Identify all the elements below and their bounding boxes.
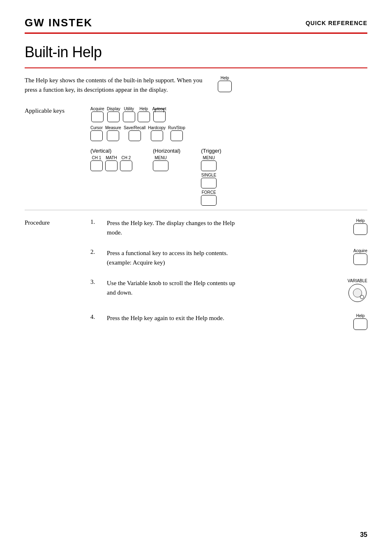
cursor-label: Cursor: [90, 125, 103, 130]
help-key-label-intro: Help: [221, 76, 229, 80]
hardcopy-cap: [151, 130, 163, 141]
saverecall-cap: [129, 130, 141, 141]
ch1-key: CH 1: [90, 156, 103, 171]
step-4-number: 4.: [90, 313, 99, 320]
single-label: SINGLE: [201, 173, 217, 177]
acquire-key-step2: Acquire: [353, 248, 367, 265]
vertical-group: (Vertical) CH 1 MATH CH 2: [90, 148, 132, 171]
horizontal-label: (Horizontal): [153, 148, 180, 154]
vertical-keys-row: CH 1 MATH CH 2: [90, 156, 132, 171]
page-number: 35: [360, 531, 367, 539]
help-key-step4: Help: [353, 313, 367, 330]
display-key: Display: [107, 107, 120, 122]
intro-section: The Help key shows the contents of the b…: [25, 76, 367, 94]
step-2: 2. Press a functional key to access its …: [90, 248, 367, 267]
help-cap: [138, 111, 150, 122]
vht-section: (Vertical) CH 1 MATH CH 2: [90, 148, 367, 206]
ch2-label: CH 2: [122, 156, 131, 160]
knob-body: [348, 284, 367, 302]
display-cap: [107, 111, 120, 122]
step-3: 3. Use the Variable knob to scroll the H…: [90, 279, 367, 302]
knob-inner: [353, 288, 362, 297]
step-1: 1. Press the Help key. The display chang…: [90, 218, 367, 237]
step-4-text: Press the Help key again to exit the Hel…: [107, 313, 238, 323]
acquire-key: Acquire: [90, 107, 104, 122]
help-button-intro: Help: [218, 76, 232, 92]
saverecall-label: Save/Recall: [124, 125, 145, 130]
logo: GW INSTEK: [25, 16, 92, 29]
step-2-number: 2.: [90, 248, 99, 255]
trigger-keys-row: MENU SINGLE FORCE: [201, 156, 217, 206]
autoset-cap: [153, 111, 166, 122]
step-2-text: Press a functional key to access its hel…: [107, 248, 238, 267]
step-3-key: VARIABLE: [348, 279, 367, 302]
applicable-keys-content: Acquire Display Utility Help Autoset: [90, 107, 367, 206]
procedure-row: Procedure 1. Press the Help key. The dis…: [25, 214, 367, 334]
header-divider: [25, 33, 367, 34]
math-label: MATH: [106, 156, 117, 160]
force-cap: [201, 195, 217, 206]
tmenu-label: MENU: [203, 156, 214, 160]
variable-knob: VARIABLE: [348, 279, 367, 302]
page-title: Built-in Help: [25, 44, 367, 61]
display-label: Display: [107, 107, 120, 111]
acquire-label: Acquire: [90, 107, 104, 111]
ch2-cap: [120, 160, 132, 171]
help-cap-step4: [353, 318, 367, 330]
applicable-keys-label: Applicable keys: [25, 107, 90, 206]
hmenu-cap: [153, 160, 168, 171]
ch2-key: CH 2: [120, 156, 132, 171]
vertical-label: (Vertical): [90, 148, 111, 154]
force-label: FORCE: [202, 190, 216, 195]
step-1-number: 1.: [90, 218, 99, 225]
math-cap: [105, 160, 118, 171]
saverecall-key: Save/Recall: [124, 125, 145, 141]
hardcopy-key: Hardcopy: [148, 125, 166, 141]
runstop-key: Run/Stop: [168, 125, 185, 141]
measure-label: Measure: [105, 125, 121, 130]
applicable-keys-row: Applicable keys Acquire Display Utility …: [25, 102, 367, 210]
utility-key: Utility: [123, 107, 135, 122]
horizontal-keys-row: MENU: [153, 156, 168, 171]
acquire-label-step2: Acquire: [353, 248, 367, 253]
hmenu-key: MENU: [153, 156, 168, 171]
intro-text: The Help key shows the contents of the b…: [25, 76, 205, 94]
header: GW INSTEK QUICK REFERENCE: [25, 16, 367, 29]
cursor-key: Cursor: [90, 125, 103, 141]
math-key: MATH: [105, 156, 118, 171]
step-3-text: Use the Variable knob to scroll the Help…: [107, 279, 238, 297]
tmenu-cap: [201, 160, 217, 171]
help-label-step4: Help: [356, 313, 365, 318]
help-key-step1: Help: [353, 218, 367, 235]
hardcopy-label: Hardcopy: [148, 125, 166, 130]
variable-label: VARIABLE: [348, 279, 367, 283]
force-key: FORCE: [201, 190, 217, 206]
tmenu-key: MENU: [201, 156, 217, 171]
single-key: SINGLE: [201, 173, 217, 188]
keys-row-2: Cursor Measure Save/Recall Hardcopy Run/…: [90, 125, 367, 141]
measure-cap: [107, 130, 119, 141]
help-key-intro: Help: [218, 76, 232, 92]
step-3-number: 3.: [90, 279, 99, 286]
ch1-label: CH 1: [92, 156, 101, 160]
single-cap: [201, 178, 217, 188]
cursor-cap: [90, 130, 103, 141]
runstop-cap: [171, 130, 183, 141]
hmenu-label: MENU: [154, 156, 166, 160]
step-4: 4. Press the Help key again to exit the …: [90, 313, 367, 330]
step-4-key: Help: [353, 313, 367, 330]
acquire-cap-step2: [353, 253, 367, 265]
section-label: QUICK REFERENCE: [306, 20, 367, 26]
help-key: Help: [138, 107, 150, 122]
procedure-label: Procedure: [25, 218, 90, 330]
autoset-key: Autoset: [152, 107, 166, 122]
ch1-cap: [90, 160, 103, 171]
help-cap-step1: [353, 223, 367, 235]
title-divider: [25, 67, 367, 68]
procedure-content: 1. Press the Help key. The display chang…: [90, 218, 367, 330]
trigger-group: (Trigger) MENU SINGLE FORCE: [201, 148, 221, 206]
measure-key: Measure: [105, 125, 121, 141]
step-2-key: Acquire: [353, 248, 367, 265]
help-label: Help: [139, 107, 148, 111]
runstop-label: Run/Stop: [168, 125, 185, 130]
